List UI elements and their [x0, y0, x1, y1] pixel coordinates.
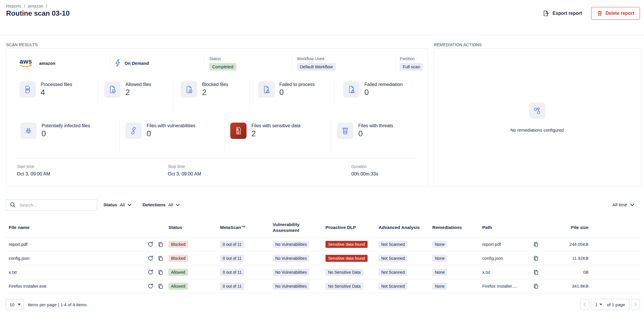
- column-header-proactive-dlp[interactable]: Proactive DLP: [325, 225, 379, 230]
- status-filter-dropdown[interactable]: Status All: [103, 199, 132, 210]
- advanced-analysis-badge: Not Scanned: [379, 255, 407, 262]
- breadcrumb-separator: /: [46, 3, 47, 8]
- column-header-remediations[interactable]: Remediations: [432, 225, 482, 230]
- table-row[interactable]: report.pdf Blocked 0 out of 11 No Vulner…: [6, 237, 640, 251]
- page-title: Routine scan 03-10: [6, 9, 70, 17]
- time-range-dropdown[interactable]: All time: [612, 199, 634, 210]
- advanced-analysis-badge: Not Scanned: [379, 241, 407, 248]
- dlp-badge: Sensitive data found: [325, 241, 368, 248]
- export-report-button[interactable]: Export report: [541, 10, 584, 17]
- table-row[interactable]: Firefox Installer.exe Allowed 0 out of 1…: [6, 279, 640, 293]
- column-header-file-name[interactable]: File name: [6, 225, 168, 230]
- next-page-button[interactable]: [631, 299, 640, 310]
- status-badge: Blocked: [168, 255, 188, 262]
- lightning-icon: [114, 59, 121, 67]
- caret-down-icon: [18, 304, 21, 305]
- column-header-status[interactable]: Status: [168, 225, 220, 230]
- stat-potentially-infected: Potentially infected files 0: [20, 123, 90, 139]
- status-badge: Completed: [209, 63, 236, 71]
- workflow-field-label: Workflow Used: [297, 56, 336, 61]
- column-header-metascan[interactable]: MetaScan™: [220, 225, 273, 230]
- column-header-path[interactable]: Path: [482, 225, 552, 230]
- divider: [292, 53, 292, 69]
- table-row[interactable]: x.txt Allowed 0 out of 11 No Vulnerabili…: [6, 265, 640, 279]
- stat-processed-files: Processed files 4: [19, 81, 72, 98]
- copy-icon[interactable]: [158, 269, 163, 275]
- copy-icon[interactable]: [158, 255, 163, 261]
- file-path: report.pdf: [482, 242, 533, 247]
- stat-failed-to-process: Failed to process 0: [258, 81, 315, 98]
- copy-icon[interactable]: [533, 283, 539, 289]
- column-header-vulnerability-assessment[interactable]: Vulnerability Assessment: [273, 222, 325, 233]
- copy-icon[interactable]: [533, 269, 539, 275]
- dlp-badge: No Sensitive Data: [325, 269, 363, 276]
- advanced-analysis-badge: Not Scanned: [379, 283, 407, 290]
- column-header-advanced-analysis[interactable]: Advanced Analysis: [379, 225, 432, 230]
- page-number-box[interactable]: 1 of 1 page: [591, 299, 629, 310]
- file-block-icon: [181, 81, 197, 98]
- status-badge: Allowed: [168, 269, 188, 276]
- delete-report-label: Delete report: [605, 11, 634, 16]
- stat-files-with-threats: Files with threats 0: [337, 123, 393, 139]
- export-report-label: Export report: [553, 11, 582, 16]
- stat-failed-remediation: Failed remediation 0: [343, 81, 403, 98]
- table-row[interactable]: config.json Blocked 0 out of 11 No Vulne…: [6, 251, 640, 265]
- stat-value: 0: [42, 129, 90, 138]
- file-name[interactable]: x.txt: [9, 270, 147, 275]
- column-header-file-size[interactable]: File size: [552, 225, 597, 230]
- stat-label: Failed remediation: [364, 82, 403, 87]
- divider: [395, 53, 395, 69]
- dlp-badge: Sensitive data found: [325, 255, 368, 262]
- vulnerability-badge: No Vulnerabilities: [273, 241, 309, 248]
- processed-files-icon: [19, 81, 36, 98]
- broken-link-icon: [125, 123, 142, 139]
- pagination-summary: items per page | 1-4 of 4 items: [28, 302, 87, 307]
- detections-filter-dropdown[interactable]: Detections All: [143, 199, 180, 210]
- trigger-label: On Demand: [125, 61, 149, 66]
- rescan-icon[interactable]: [147, 255, 154, 261]
- search-input[interactable]: [19, 202, 90, 208]
- file-name[interactable]: config.json: [9, 256, 147, 261]
- page-size-select[interactable]: 10: [6, 299, 24, 310]
- stat-blocked-files: Blocked files 2: [181, 81, 228, 98]
- file-name[interactable]: report.pdf: [9, 242, 147, 247]
- divider: [98, 79, 98, 110]
- stop-time-field: Stop time Oct 3, 09:00 AM: [168, 164, 201, 177]
- stat-label: Processed files: [41, 82, 72, 87]
- rescan-icon[interactable]: [147, 241, 154, 247]
- divider: [204, 53, 205, 69]
- partition-field: Partition Full scan: [400, 56, 423, 71]
- stat-label: Potentially infected files: [42, 123, 90, 128]
- rescan-icon[interactable]: [147, 283, 154, 289]
- copy-icon[interactable]: [533, 255, 539, 261]
- rescan-icon[interactable]: [147, 269, 154, 275]
- stat-label: Allowed files: [125, 82, 151, 87]
- page-number-value: 1: [595, 302, 598, 307]
- divider: [224, 120, 224, 152]
- status-filter-label: Status: [103, 202, 117, 207]
- breadcrumb-reports[interactable]: Reports: [6, 3, 21, 8]
- file-path: x.txt: [482, 270, 533, 275]
- breadcrumb-amazon[interactable]: amazon: [28, 3, 43, 8]
- file-name[interactable]: Firefox Installer.exe: [9, 284, 147, 289]
- file-warning-icon: [258, 81, 274, 98]
- stop-time-label: Stop time: [168, 164, 201, 169]
- stat-value: 0: [147, 129, 195, 138]
- scan-trigger: On Demand: [114, 55, 149, 71]
- copy-icon[interactable]: [158, 241, 163, 247]
- threat-jar-icon: [337, 123, 353, 139]
- status-filter-value: All: [120, 202, 125, 207]
- search-box: [6, 199, 97, 210]
- previous-page-button[interactable]: [580, 299, 589, 310]
- time-range-value: All time: [612, 202, 627, 207]
- stop-time-value: Oct 3, 09:00 AM: [168, 171, 201, 177]
- scan-results-section-label: SCAN RESULTS: [6, 42, 38, 47]
- stat-value: 4: [41, 88, 72, 97]
- stat-allowed-files: Allowed files 2: [104, 81, 151, 98]
- copy-icon[interactable]: [158, 283, 163, 289]
- file-size: 244.05KB: [552, 242, 597, 247]
- file-size: 0B: [552, 270, 597, 275]
- delete-report-button[interactable]: Delete report: [591, 7, 640, 20]
- copy-icon[interactable]: [533, 241, 539, 247]
- workflow-field: Workflow Used Default Workflow: [297, 56, 336, 71]
